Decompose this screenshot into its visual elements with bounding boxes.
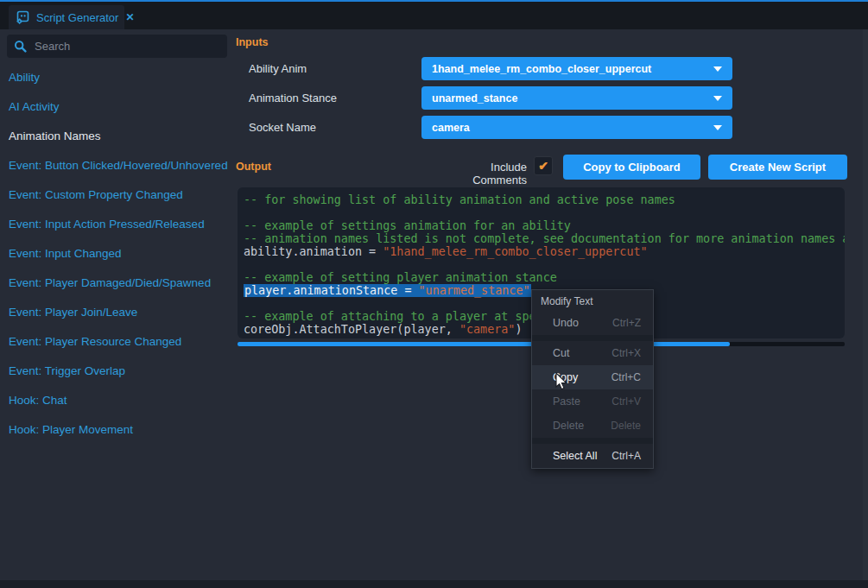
sidebar-list: AbilityAI ActivityAnimation NamesEvent: … <box>0 62 233 444</box>
code-line: -- animation names listed is not complet… <box>244 232 845 245</box>
check-icon: ✔ <box>538 159 548 173</box>
sidebar-item-ai-activity[interactable]: AI Activity <box>0 92 233 121</box>
context-menu-item-copy[interactable]: Copy Ctrl+C <box>532 365 653 389</box>
include-comments-checkbox[interactable]: ✔ <box>534 156 553 175</box>
sidebar-item-label: Event: Custom Property Changed <box>9 188 183 201</box>
sidebar-item-label: Animation Names <box>9 130 101 142</box>
menu-separator <box>532 438 653 444</box>
code-segment-comment: -- example of setting player animation s… <box>244 271 557 284</box>
chevron-down-icon <box>713 125 722 130</box>
code-segment-code: ) <box>515 323 522 336</box>
menu-item-label: Undo <box>553 317 579 329</box>
code-segment-code: ability.animation = <box>244 245 383 258</box>
tab-close-icon[interactable]: ✕ <box>125 11 134 23</box>
menu-item-shortcut: Ctrl+C <box>611 371 641 383</box>
context-menu-item-paste[interactable]: Paste Ctrl+V <box>532 389 653 414</box>
sidebar-item-label: Event: Input Action Pressed/Released <box>9 218 205 231</box>
code-segment-string: "camera" <box>459 323 516 336</box>
sidebar-item-event-input-changed[interactable]: Event: Input Changed <box>0 238 233 268</box>
sidebar-item-event-trigger-overlap[interactable]: Event: Trigger Overlap <box>0 356 233 385</box>
dropdown-value: unarmed_stance <box>432 92 713 104</box>
input-row: Ability Anim 1hand_melee_rm_combo_closer… <box>233 57 751 86</box>
selected-text: player.animationStance = "unarmed_stance… <box>244 284 531 297</box>
sidebar-item-event-player-join-leave[interactable]: Event: Player Join/Leave <box>0 297 233 326</box>
menu-item-shortcut: Ctrl+X <box>611 347 641 359</box>
menu-separator <box>532 335 653 341</box>
window-bottom-strip <box>0 580 868 588</box>
sidebar-item-label: Ability <box>9 71 40 84</box>
script-generator-window: Script Generator ✕ AbilityAI ActivityAni… <box>0 0 868 588</box>
code-segment-comment: -- for showing list of ability animation… <box>244 193 675 206</box>
code-line <box>244 258 845 271</box>
code-line: ability.animation = "1hand_melee_rm_comb… <box>244 245 845 258</box>
input-label: Animation Stance <box>249 92 337 104</box>
sidebar-item-label: Event: Input Changed <box>9 247 122 260</box>
sidebar-item-event-custom-property-changed[interactable]: Event: Custom Property Changed <box>0 180 233 209</box>
dropdown-value: camera <box>432 122 713 134</box>
dropdown-socket-name[interactable]: camera <box>421 116 732 139</box>
search-box[interactable] <box>7 35 227 58</box>
sidebar-item-event-player-damaged-died-spawned[interactable]: Event: Player Damaged/Died/Spawned <box>0 268 233 297</box>
context-menu: Modify Text Undo Ctrl+Z Cut Ctrl+X Copy … <box>531 289 654 469</box>
sidebar-item-event-input-action-pressed-released[interactable]: Event: Input Action Pressed/Released <box>0 209 233 238</box>
code-line: -- example of settings animation for an … <box>244 219 845 232</box>
menu-item-shortcut: Ctrl+V <box>611 395 641 408</box>
sidebar-item-animation-names[interactable]: Animation Names <box>0 121 233 150</box>
menu-item-label: Paste <box>553 395 580 408</box>
context-menu-item-select-all[interactable]: Select All Ctrl+A <box>532 444 653 468</box>
code-line: -- example of setting player animation s… <box>244 271 845 284</box>
code-segment-code: player.animationStance = <box>244 284 419 297</box>
menu-item-shortcut: Delete <box>611 420 641 432</box>
code-segment-string: "1hand_melee_rm_combo_closer_uppercut" <box>383 245 647 258</box>
sidebar-item-hook-player-movement[interactable]: Hook: Player Movement <box>0 414 233 444</box>
menu-item-label: Delete <box>553 420 584 432</box>
sidebar-item-event-button-clicked-hovered-unhovered[interactable]: Event: Button Clicked/Hovered/Unhovered <box>0 150 233 180</box>
tab-bar: Script Generator ✕ <box>0 2 868 29</box>
menu-item-label: Copy <box>553 371 578 383</box>
sidebar-item-hook-chat[interactable]: Hook: Chat <box>0 385 233 414</box>
code-segment-comment: -- example of settings animation for an … <box>244 219 571 232</box>
code-segment-code: coreObj.AttachToPlayer(player, <box>244 323 459 336</box>
context-menu-item-undo[interactable]: Undo Ctrl+Z <box>532 311 653 335</box>
code-segment-comment: -- example of attaching to a player at s… <box>244 310 536 323</box>
input-row: Socket Name camera <box>233 116 751 145</box>
right-scroll-gutter <box>863 29 868 580</box>
input-label: Ability Anim <box>249 62 307 75</box>
code-segment-comment: -- animation names listed is not complet… <box>244 232 845 245</box>
chevron-down-icon <box>713 66 722 72</box>
sidebar-item-label: Event: Player Join/Leave <box>9 306 137 319</box>
sidebar-item-label: Hook: Player Movement <box>9 423 133 436</box>
sidebar-item-label: Event: Trigger Overlap <box>9 364 125 377</box>
search-input[interactable] <box>33 39 220 54</box>
context-menu-items: Undo Ctrl+Z Cut Ctrl+X Copy Ctrl+C Paste… <box>532 311 653 468</box>
sidebar-item-label: Event: Button Clicked/Hovered/Unhovered <box>9 159 228 172</box>
copy-to-clipboard-button[interactable]: Copy to Clipboard <box>563 155 700 180</box>
chevron-down-icon <box>713 96 722 101</box>
tab-script-generator[interactable]: Script Generator ✕ <box>9 5 124 29</box>
sidebar-item-event-player-resource-changed[interactable]: Event: Player Resource Changed <box>0 326 233 356</box>
menu-item-label: Cut <box>553 347 569 359</box>
create-new-script-button[interactable]: Create New Script <box>708 155 847 180</box>
dropdown-animation-stance[interactable]: unarmed_stance <box>421 86 732 110</box>
inputs-rows: Ability Anim 1hand_melee_rm_combo_closer… <box>233 57 751 145</box>
dropdown-value: 1hand_melee_rm_combo_closer_uppercut <box>432 63 713 75</box>
include-comments-label: Include Comments <box>436 161 527 187</box>
search-icon <box>14 40 27 53</box>
sidebar-item-label: Event: Player Resource Changed <box>9 335 181 348</box>
sidebar-item-label: Event: Player Damaged/Died/Spawned <box>9 276 211 289</box>
dropdown-ability-anim[interactable]: 1hand_melee_rm_combo_closer_uppercut <box>421 57 732 80</box>
menu-item-shortcut: Ctrl+Z <box>612 317 641 329</box>
output-header: Output <box>236 161 271 173</box>
input-label: Socket Name <box>249 121 316 134</box>
tab-title: Script Generator <box>36 11 118 24</box>
code-segment-string: "unarmed_stance" <box>419 284 530 297</box>
horizontal-scrollbar-thumb[interactable] <box>238 342 730 346</box>
context-menu-item-cut[interactable]: Cut Ctrl+X <box>532 341 653 365</box>
script-generator-icon <box>16 10 30 25</box>
input-row: Animation Stance unarmed_stance <box>233 86 751 116</box>
sidebar-item-ability[interactable]: Ability <box>0 62 233 92</box>
context-menu-title: Modify Text <box>532 290 653 311</box>
menu-item-label: Select All <box>553 450 597 462</box>
context-menu-item-delete[interactable]: Delete Delete <box>532 414 653 438</box>
code-line: -- for showing list of ability animation… <box>244 193 845 206</box>
